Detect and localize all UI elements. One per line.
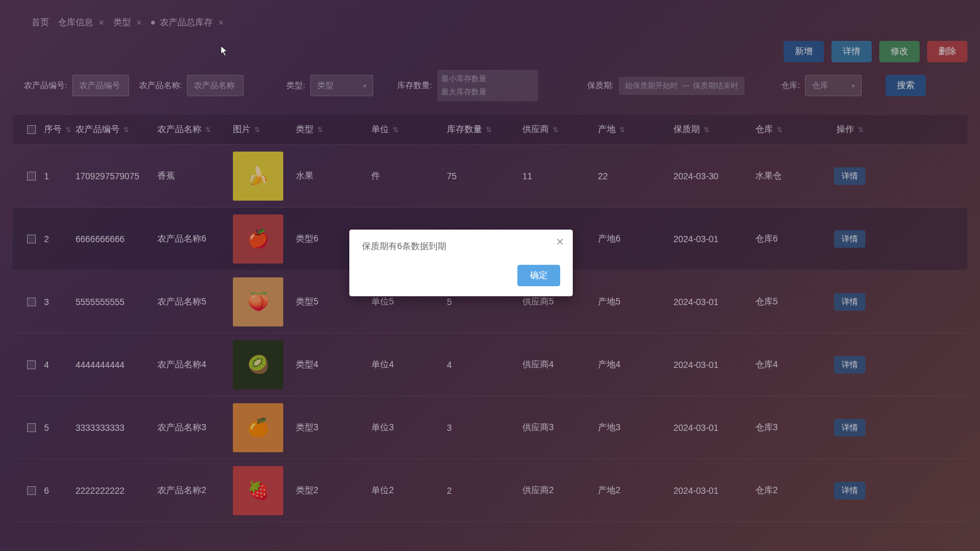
close-icon[interactable]: ✕ bbox=[556, 236, 564, 248]
modal-message: 保质期有6条数据到期 bbox=[362, 241, 560, 252]
alert-modal: ✕ 保质期有6条数据到期 确定 bbox=[349, 230, 573, 296]
confirm-button[interactable]: 确定 bbox=[517, 265, 560, 286]
